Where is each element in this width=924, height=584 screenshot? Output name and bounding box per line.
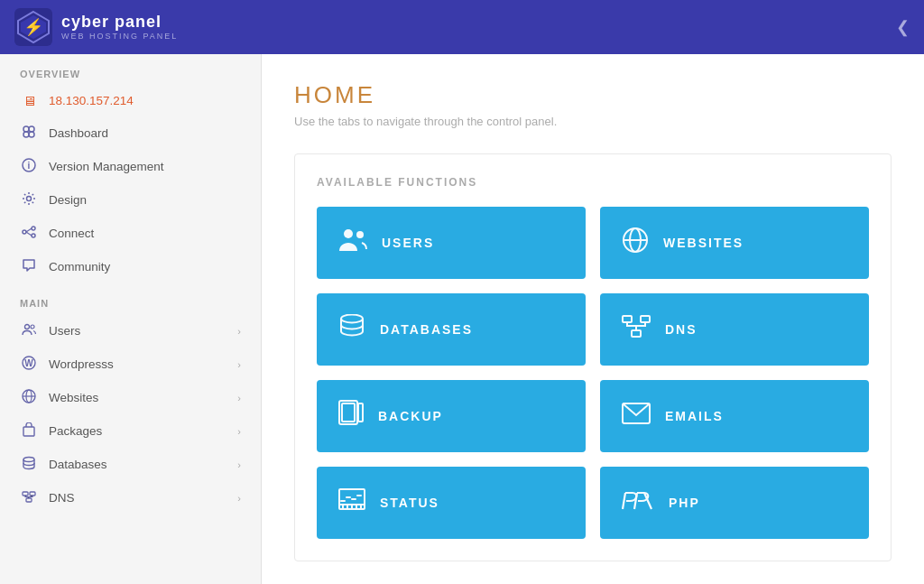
info-icon: i: [20, 158, 38, 175]
websites-chevron-icon: ›: [237, 393, 241, 403]
dns-icon: [20, 489, 38, 506]
sidebar-item-websites[interactable]: Websites ›: [0, 381, 261, 414]
sidebar-item-version-management[interactable]: i Version Management: [0, 150, 261, 183]
gear-icon: [20, 191, 38, 209]
svg-point-14: [25, 325, 30, 329]
emails-func-label: EMAILS: [665, 409, 724, 423]
svg-point-4: [23, 126, 29, 132]
svg-point-13: [32, 234, 35, 237]
sidebar: OVERVIEW 🖥 18.130.157.214 Dashboard i Ve…: [0, 54, 262, 584]
functions-title: AVAILABLE FUNCTIONS: [317, 176, 869, 189]
function-databases-button[interactable]: DATABASES: [317, 293, 586, 366]
status-func-icon: [338, 488, 365, 518]
svg-rect-34: [342, 403, 355, 422]
packages-icon: [20, 422, 38, 440]
sidebar-design-label: Design: [49, 193, 241, 207]
databases-func-label: DATABASES: [380, 322, 473, 337]
svg-point-15: [31, 325, 34, 329]
logo-subtitle: WEB HOSTING PANEL: [61, 32, 178, 41]
sidebar-users-label: Users: [49, 324, 226, 338]
community-icon: [20, 258, 38, 275]
sidebar-main-label: MAIN: [0, 283, 261, 314]
svg-point-7: [29, 132, 34, 137]
svg-rect-31: [641, 316, 650, 322]
top-header: ⚡ cyber panel WEB HOSTING PANEL ❮: [0, 0, 924, 54]
sidebar-item-databases[interactable]: Databases ›: [0, 448, 261, 481]
svg-point-6: [23, 132, 29, 137]
sidebar-item-wordpress[interactable]: W Wordpresss ›: [0, 348, 261, 381]
svg-point-25: [344, 229, 353, 238]
sidebar-websites-label: Websites: [49, 391, 226, 404]
functions-container: AVAILABLE FUNCTIONS USERS WEBSITES: [294, 153, 892, 561]
php-func-icon: [622, 489, 654, 517]
sidebar-item-users[interactable]: Users ›: [0, 314, 261, 348]
svg-text:W: W: [24, 358, 33, 368]
dns-func-label: DNS: [665, 322, 698, 337]
sidebar-community-label: Community: [49, 260, 241, 273]
main-content: HOME Use the tabs to navigate through th…: [262, 54, 924, 584]
databases-icon: [20, 456, 38, 473]
packages-chevron-icon: ›: [237, 426, 241, 437]
sidebar-wordpress-label: Wordpresss: [49, 357, 226, 371]
svg-point-10: [27, 197, 32, 201]
sidebar-toggle-button[interactable]: ❮: [896, 17, 910, 37]
users-icon: [20, 322, 38, 339]
svg-point-26: [356, 231, 364, 238]
websites-func-icon: [622, 227, 649, 260]
sidebar-item-ip[interactable]: 🖥 18.130.157.214: [0, 85, 261, 116]
svg-rect-35: [358, 403, 363, 422]
svg-rect-24: [26, 498, 32, 502]
sidebar-connect-label: Connect: [49, 227, 241, 240]
databases-chevron-icon: ›: [237, 459, 241, 470]
sidebar-dashboard-label: Dashboard: [49, 126, 241, 140]
wordpress-chevron-icon: ›: [237, 359, 241, 370]
dashboard-icon: [20, 125, 38, 142]
status-func-label: STATUS: [380, 496, 439, 510]
logo-title: cyber panel: [61, 14, 178, 32]
sidebar-overview-label: OVERVIEW: [0, 54, 261, 85]
php-func-label: PHP: [669, 496, 700, 510]
function-emails-button[interactable]: EMAILS: [600, 380, 869, 452]
svg-rect-23: [30, 492, 35, 496]
databases-func-icon: [338, 314, 365, 346]
sidebar-item-community[interactable]: Community: [0, 250, 261, 283]
users-func-label: USERS: [382, 236, 434, 250]
dns-chevron-icon: ›: [237, 493, 241, 504]
main-layout: OVERVIEW 🖥 18.130.157.214 Dashboard i Ve…: [0, 54, 924, 584]
emails-func-icon: [622, 403, 651, 431]
svg-point-29: [341, 314, 363, 322]
backup-func-icon: [338, 400, 364, 433]
monitor-icon: 🖥: [20, 93, 38, 108]
sidebar-item-dashboard[interactable]: Dashboard: [0, 116, 261, 150]
function-dns-button[interactable]: DNS: [600, 293, 869, 366]
function-backup-button[interactable]: BACKUP: [317, 380, 586, 452]
svg-rect-32: [632, 330, 641, 337]
function-status-button[interactable]: STATUS: [317, 467, 586, 539]
ip-address: 18.130.157.214: [49, 94, 241, 107]
sidebar-item-design[interactable]: Design: [0, 183, 261, 217]
svg-point-21: [23, 458, 34, 462]
logo-text: cyber panel WEB HOSTING PANEL: [61, 14, 178, 41]
sidebar-item-dns[interactable]: DNS ›: [0, 481, 261, 514]
logo-icon: ⚡: [14, 8, 52, 46]
connect-icon: [20, 225, 38, 242]
sidebar-databases-label: Databases: [49, 458, 226, 471]
sidebar-item-packages[interactable]: Packages ›: [0, 414, 261, 448]
svg-text:⚡: ⚡: [23, 17, 44, 37]
svg-rect-22: [23, 492, 28, 496]
function-users-button[interactable]: USERS: [317, 207, 586, 279]
users-func-icon: [338, 227, 367, 259]
functions-grid: USERS WEBSITES DATABASES: [317, 207, 869, 539]
page-title: HOME: [294, 81, 892, 109]
svg-point-11: [23, 230, 26, 234]
websites-icon: [20, 389, 38, 406]
users-chevron-icon: ›: [237, 326, 241, 337]
dns-func-icon: [622, 314, 651, 346]
svg-text:i: i: [28, 161, 31, 171]
svg-point-12: [32, 227, 35, 230]
sidebar-item-connect[interactable]: Connect: [0, 217, 261, 250]
wordpress-icon: W: [20, 356, 38, 373]
function-php-button[interactable]: PHP: [600, 467, 869, 539]
function-websites-button[interactable]: WEBSITES: [600, 207, 869, 279]
backup-func-label: BACKUP: [378, 409, 443, 423]
